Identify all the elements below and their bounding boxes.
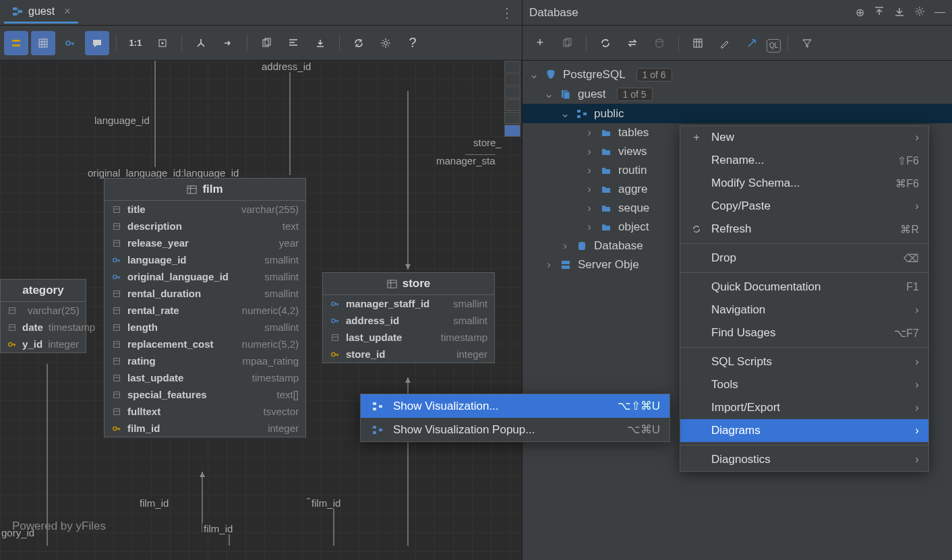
column-row[interactable]: titlevarchar(255) (105, 201, 305, 218)
menu-item-quick-doc[interactable]: Quick DocumentationF1 (680, 276, 928, 299)
refresh-button[interactable] (347, 31, 371, 55)
submenu-diagrams[interactable]: Show Visualization...⌥⇧⌘U Show Visualiza… (360, 394, 670, 442)
menu-item-diagrams[interactable]: Diagrams› (680, 419, 928, 442)
settings-button[interactable] (374, 31, 398, 55)
gear-icon[interactable] (914, 6, 925, 20)
folder-icon (599, 222, 613, 232)
menu-item-tools[interactable]: Tools› (680, 373, 928, 396)
menu-item-find-usages[interactable]: Find Usages⌥F7 (680, 321, 928, 344)
chevron-right-icon: › (544, 258, 554, 272)
menu-item-new[interactable]: +New› (680, 126, 928, 149)
chevron-right-icon: › (915, 378, 919, 392)
column-row[interactable]: special_featurestext[] (105, 386, 305, 403)
menu-item-sql-scripts[interactable]: SQL Scripts› (680, 350, 928, 373)
separator (680, 243, 928, 244)
column-row[interactable]: lengthsmallint (105, 319, 305, 336)
column-name: language_id (127, 254, 187, 266)
column-row[interactable]: replacement_costnumeric(5,2) (105, 336, 305, 352)
svg-rect-19 (114, 240, 120, 246)
menu-item-rename[interactable]: Rename...⇧F6 (680, 149, 928, 172)
svg-rect-47 (562, 261, 570, 264)
stop-button[interactable] (647, 31, 672, 55)
column-row[interactable]: original_language_idsmallint (105, 268, 305, 285)
column-row[interactable]: y_idinteger (1, 336, 86, 352)
entity-film[interactable]: film titlevarchar(255)descriptiontextrel… (104, 178, 306, 437)
table-icon (387, 279, 397, 289)
column-type: varchar(255) (241, 204, 299, 215)
menu-item-drop[interactable]: Drop⌫ (680, 247, 928, 270)
separator (680, 272, 928, 273)
comment-icon-button[interactable] (85, 31, 109, 55)
view-mode-key-button[interactable] (4, 31, 28, 55)
tree-node-guest[interactable]: ⌄ guest 1 of 5 (523, 84, 952, 104)
menu-item-refresh[interactable]: Refresh⌘R (680, 218, 928, 241)
menu-item-navigation[interactable]: Navigation› (680, 299, 928, 321)
tab-more-icon[interactable]: ⋮ (496, 1, 518, 25)
column-row[interactable]: address_idsmallint (323, 312, 494, 329)
menu-item-import-export[interactable]: Import/Export› (680, 396, 928, 419)
submenu-item-show-visualization[interactable]: Show Visualization...⌥⇧⌘U (361, 394, 670, 418)
edit-button[interactable] (713, 31, 737, 55)
column-type: smallint (264, 254, 299, 266)
minimap[interactable] (504, 61, 520, 137)
column-icon (111, 289, 122, 299)
submenu-item-show-visualization-popup[interactable]: Show Visualization Popup...⌥⌘U (361, 418, 670, 441)
duplicate-button[interactable] (555, 31, 579, 55)
column-row[interactable]: release_yearyear (105, 235, 305, 251)
chevron-right-icon: › (585, 126, 594, 139)
tree-node-postgres[interactable]: ⌄ PostgreSQL 1 of 6 (523, 65, 952, 84)
collapse-down-icon[interactable] (894, 6, 905, 20)
menu-item-modify-schema[interactable]: Modify Schema...⌘F6 (680, 172, 928, 195)
entity-store[interactable]: store manager_staff_idsmallintaddress_id… (322, 272, 495, 363)
column-row[interactable]: fulltexttsvector (105, 403, 305, 420)
column-name: special_features (127, 389, 207, 400)
editor-tab-guest[interactable]: guest × (4, 1, 78, 24)
align-button[interactable] (281, 31, 305, 55)
zoom-actual-button[interactable]: 1:1 (123, 31, 148, 55)
db-icon (575, 241, 589, 251)
menu-item-diagnostics[interactable]: Diagnostics› (680, 448, 928, 471)
sync-button[interactable] (620, 31, 645, 55)
tree-node-public[interactable]: ⌄ public (523, 104, 952, 123)
column-icon (111, 340, 122, 349)
context-menu[interactable]: +New› Rename...⇧F6 Modify Schema...⌘F6 C… (680, 125, 929, 472)
column-row[interactable]: last_updatetimestamp (323, 329, 494, 346)
collapse-up-icon[interactable] (874, 6, 885, 20)
key-icon-button[interactable] (58, 31, 82, 55)
target-icon[interactable]: ⊕ (856, 6, 864, 20)
route-button[interactable] (189, 31, 213, 55)
diagram-canvas[interactable]: address_id language_id original_language… (0, 61, 522, 560)
copy-button[interactable] (254, 31, 278, 55)
menu-item-copy-paste[interactable]: Copy/Paste› (680, 195, 928, 218)
close-icon[interactable]: × (64, 5, 70, 18)
entity-category[interactable]: ategory varchar(25)datetimestampy_idinte… (0, 279, 86, 353)
column-row[interactable]: varchar(25) (1, 302, 86, 319)
refresh-button[interactable] (593, 31, 618, 55)
svg-rect-16 (187, 185, 196, 193)
add-button[interactable]: + (528, 31, 552, 55)
column-icon (111, 407, 122, 416)
svg-rect-14 (9, 324, 16, 330)
column-row[interactable]: descriptiontext (105, 218, 305, 235)
jump-button[interactable] (740, 31, 764, 55)
column-row[interactable]: language_idsmallint (105, 251, 305, 268)
layout-button[interactable] (216, 31, 240, 55)
minimize-icon[interactable]: — (934, 6, 945, 20)
divider (339, 35, 340, 51)
console-button[interactable]: QL (767, 39, 781, 53)
export-button[interactable] (308, 31, 332, 55)
column-row[interactable]: rental_durationsmallint (105, 285, 305, 302)
column-row[interactable]: manager_staff_idsmallint (323, 295, 494, 312)
column-row[interactable]: last_updatetimestamp (105, 369, 305, 386)
table-view-button[interactable] (686, 31, 710, 55)
view-mode-table-button[interactable] (31, 31, 55, 55)
column-row[interactable]: store_idinteger (323, 346, 494, 363)
column-row[interactable]: film_idinteger (105, 420, 305, 437)
column-row[interactable]: rental_ratenumeric(4,2) (105, 302, 305, 319)
column-icon (330, 316, 340, 325)
filter-button[interactable] (795, 31, 819, 55)
column-row[interactable]: datetimestamp (1, 319, 86, 336)
fit-button[interactable] (150, 31, 175, 55)
help-button[interactable]: ? (400, 31, 425, 55)
column-row[interactable]: ratingmpaa_rating (105, 352, 305, 369)
